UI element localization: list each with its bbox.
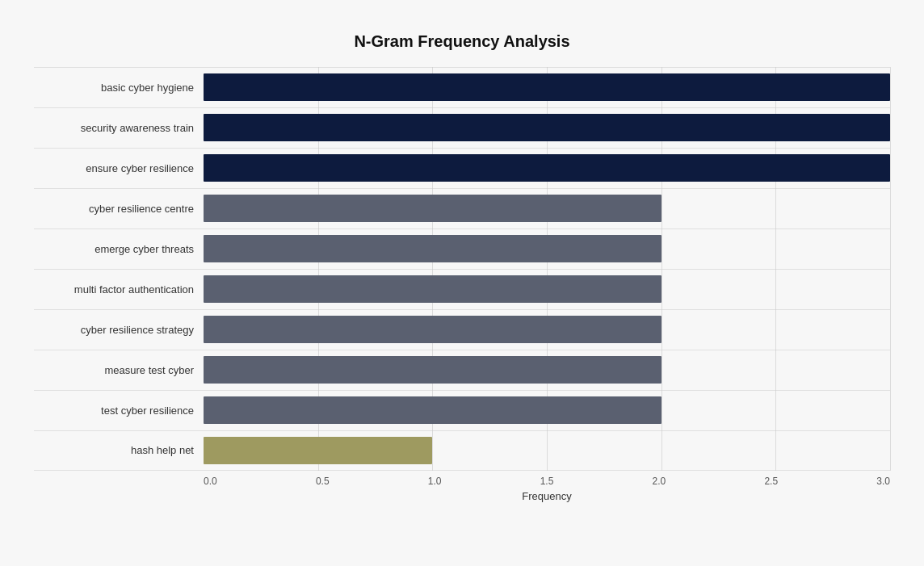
bar-label: security awareness train xyxy=(34,122,204,134)
bar-track xyxy=(204,154,890,182)
bar-fill xyxy=(204,73,890,101)
x-axis-label: Frequency xyxy=(204,490,890,502)
x-tick: 3.0 xyxy=(876,476,890,487)
bar-row: cyber resilience strategy xyxy=(34,309,890,350)
bar-fill xyxy=(204,235,662,262)
x-tick: 2.5 xyxy=(764,476,778,487)
x-tick: 0.5 xyxy=(316,476,330,487)
bar-row: hash help net xyxy=(34,430,890,471)
bar-track xyxy=(204,114,890,141)
bar-label: emerge cyber threats xyxy=(34,243,204,255)
bar-track xyxy=(204,316,890,343)
bar-row: emerge cyber threats xyxy=(34,228,890,269)
bar-row: ensure cyber resilience xyxy=(34,148,890,188)
bar-fill xyxy=(204,356,662,384)
bar-fill xyxy=(204,437,432,464)
bar-row: basic cyber hygiene xyxy=(34,67,890,107)
bar-label: cyber resilience centre xyxy=(34,203,204,215)
chart-title: N-Gram Frequency Analysis xyxy=(34,32,890,51)
bar-label: measure test cyber xyxy=(34,364,204,376)
x-axis-ticks: 0.00.51.01.52.02.53.0 xyxy=(204,476,890,487)
bar-track xyxy=(204,437,890,464)
bar-row: multi factor authentication xyxy=(34,269,890,309)
x-tick: 1.5 xyxy=(540,476,554,487)
x-tick: 1.0 xyxy=(428,476,442,487)
bar-fill xyxy=(204,316,662,343)
bar-fill xyxy=(204,396,662,424)
bar-label: ensure cyber resilience xyxy=(34,162,204,174)
bar-fill xyxy=(204,114,890,141)
bar-fill xyxy=(204,275,662,303)
bar-label: hash help net xyxy=(34,444,204,456)
bar-track xyxy=(204,396,890,424)
bar-track xyxy=(204,195,890,222)
bar-fill xyxy=(204,154,890,182)
bar-track xyxy=(204,356,890,384)
bar-label: test cyber resilience xyxy=(34,405,204,417)
bars-area: basic cyber hygienesecurity awareness tr… xyxy=(34,67,890,471)
x-axis: 0.00.51.01.52.02.53.0 xyxy=(204,476,890,487)
x-tick: 2.0 xyxy=(653,476,666,487)
chart-inner: basic cyber hygienesecurity awareness tr… xyxy=(34,67,890,502)
bar-row: measure test cyber xyxy=(34,350,890,390)
bar-track xyxy=(204,275,890,303)
bar-row: cyber resilience centre xyxy=(34,188,890,228)
bar-fill xyxy=(204,195,662,222)
bar-row: security awareness train xyxy=(34,107,890,148)
x-tick: 0.0 xyxy=(204,476,217,487)
grid-line xyxy=(890,67,891,471)
bar-label: cyber resilience strategy xyxy=(34,324,204,336)
bar-track xyxy=(204,73,890,101)
chart-container: N-Gram Frequency Analysis basic cyber hy… xyxy=(18,16,906,551)
bar-label: basic cyber hygiene xyxy=(34,82,204,94)
bar-track xyxy=(204,235,890,262)
bar-label: multi factor authentication xyxy=(34,283,204,296)
bar-row: test cyber resilience xyxy=(34,390,890,430)
